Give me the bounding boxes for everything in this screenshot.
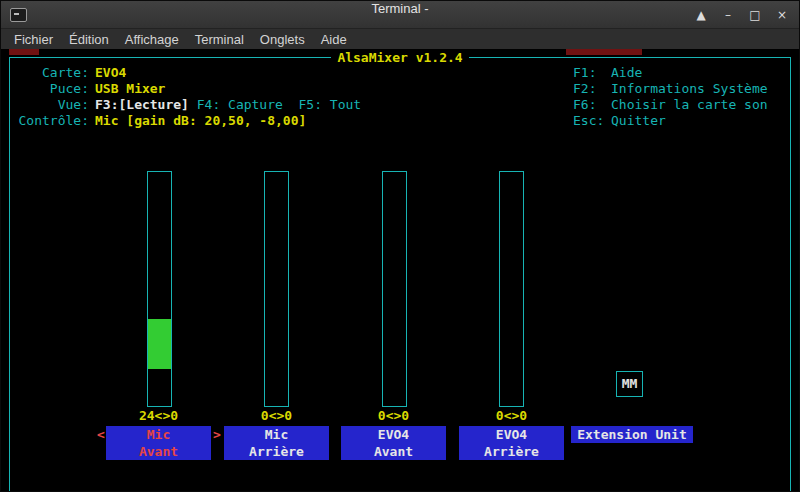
channel-label-mic-arriere[interactable]: Mic Arrière <box>224 426 329 460</box>
item-value: Mic [gain dB: 20,50, -8,00] <box>89 113 306 129</box>
menu-onglets[interactable]: Onglets <box>252 31 313 48</box>
help-row-f2: F2: Informations Système <box>573 81 768 97</box>
mixer-title: AlsaMixer v1.2.4 <box>331 51 468 64</box>
window-title: Terminal - <box>1 1 799 29</box>
channel-label-mic-avant[interactable]: Mic Avant <box>106 426 211 460</box>
volume-value-mic-arriere: 0<>0 <box>224 408 329 424</box>
chip-row: Puce: USB Mixer <box>13 81 361 97</box>
channel-name-line1: Mic <box>106 426 211 443</box>
volume-bar-evo4-avant[interactable] <box>382 171 407 407</box>
volume-bar-evo4-arriere[interactable] <box>499 171 524 407</box>
volume-value-evo4-avant: 0<>0 <box>341 408 446 424</box>
help-block: F1: Aide F2: Informations Système F6: Ch… <box>573 65 768 129</box>
menu-fichier[interactable]: Fichier <box>6 31 61 48</box>
card-row: Carte: EVO4 <box>13 65 361 81</box>
border-line <box>469 57 791 58</box>
selection-marker-left: < <box>97 426 105 443</box>
close-icon[interactable]: × <box>775 8 789 22</box>
terminal-screen[interactable]: AlsaMixer v1.2.4 Carte: EVO4 Puce: USB M… <box>1 49 799 491</box>
item-row: Contrôle: Mic [gain dB: 20,50, -8,00] <box>13 113 361 129</box>
view-other-modes: F4: Capture F5: Tout <box>189 97 361 113</box>
titlebar[interactable]: Terminal - ▲ – □ × <box>1 1 799 29</box>
mixer-border-top: AlsaMixer v1.2.4 <box>9 51 791 64</box>
card-label: Carte: <box>13 65 89 81</box>
volume-bar-mic-arriere[interactable] <box>264 171 289 407</box>
volume-value-evo4-arriere: 0<>0 <box>459 408 564 424</box>
help-text: Quitter <box>611 113 666 129</box>
help-row-f1: F1: Aide <box>573 65 768 81</box>
view-label: Vue: <box>13 97 89 113</box>
help-key: F1: <box>573 65 611 81</box>
volume-value-mic-avant: 24<>0 <box>106 408 211 424</box>
menubar: Fichier Édition Affichage Terminal Ongle… <box>1 29 799 49</box>
mixer-info-block: Carte: EVO4 Puce: USB Mixer Vue: F3:[Lec… <box>13 65 361 129</box>
channel-name-line2: Avant <box>341 443 446 460</box>
border-line <box>9 57 331 58</box>
window-controls: ▲ – □ × <box>694 1 789 29</box>
menu-edition[interactable]: Édition <box>61 31 117 48</box>
card-value: EVO4 <box>89 65 126 81</box>
mixer-border-left <box>9 57 10 491</box>
help-text: Informations Système <box>611 81 768 97</box>
chip-value: USB Mixer <box>89 81 165 97</box>
channel-name-line1: EVO4 <box>459 426 564 443</box>
menu-aide[interactable]: Aide <box>313 31 355 48</box>
chip-label: Puce: <box>13 81 89 97</box>
menu-terminal[interactable]: Terminal <box>187 31 252 48</box>
menu-affichage[interactable]: Affichage <box>117 31 187 48</box>
view-row: Vue: F3:[Lecture] F4: Capture F5: Tout <box>13 97 361 113</box>
view-active-mode: F3:[Lecture] <box>89 97 189 113</box>
rollup-icon[interactable]: ▲ <box>694 8 708 22</box>
selection-marker-right: > <box>213 426 221 443</box>
minimize-icon[interactable]: – <box>721 8 735 22</box>
channel-name-line2: Avant <box>106 443 211 460</box>
terminal-window: Terminal - ▲ – □ × Fichier Édition Affic… <box>0 0 800 492</box>
channel-label-evo4-avant[interactable]: EVO4 Avant <box>341 426 446 460</box>
channel-name-line2: Arrière <box>224 443 329 460</box>
channel-name-line2: Arrière <box>459 443 564 460</box>
help-text: Choisir la carte son <box>611 97 768 113</box>
help-text: Aide <box>611 65 642 81</box>
maximize-icon[interactable]: □ <box>748 8 762 22</box>
help-key: F2: <box>573 81 611 97</box>
volume-fill <box>148 319 171 368</box>
channel-label-extension-unit[interactable]: Extension Unit <box>571 426 693 443</box>
mixer-border-right <box>790 57 791 491</box>
help-key: F6: <box>573 97 611 113</box>
help-row-esc: Esc: Quitter <box>573 113 768 129</box>
mute-indicator[interactable]: MM <box>616 371 643 397</box>
item-label: Contrôle: <box>13 113 89 129</box>
help-key: Esc: <box>573 113 611 129</box>
channel-label-evo4-arriere[interactable]: EVO4 Arrière <box>459 426 564 460</box>
channel-name-line1: Mic <box>224 426 329 443</box>
channel-name-line1: Extension Unit <box>571 426 693 443</box>
help-row-f6: F6: Choisir la carte son <box>573 97 768 113</box>
channel-name-line1: EVO4 <box>341 426 446 443</box>
volume-bar-mic-avant[interactable] <box>147 171 172 407</box>
